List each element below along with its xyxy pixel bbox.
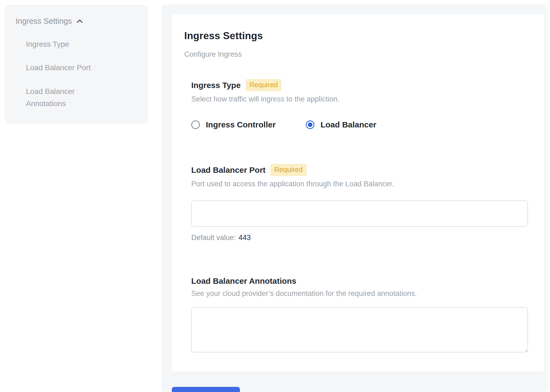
lb-port-default-row: Default value:443 bbox=[191, 234, 527, 242]
required-badge: Required bbox=[246, 79, 282, 91]
sidebar-header-label: Ingress Settings bbox=[16, 17, 72, 26]
page: Ingress Settings Ingress Type Load Balan… bbox=[0, 0, 550, 392]
main-panel: Ingress Settings Configure Ingress Ingre… bbox=[162, 4, 547, 392]
field-load-balancer-annotations: Load Balancer Annotations See your cloud… bbox=[191, 276, 527, 352]
lb-port-description: Port used to access the application thro… bbox=[191, 180, 527, 188]
page-title: Ingress Settings bbox=[184, 30, 527, 42]
sidebar-column: Ingress Settings Ingress Type Load Balan… bbox=[0, 0, 162, 392]
lb-annotations-label: Load Balancer Annotations bbox=[191, 276, 296, 286]
default-value: 443 bbox=[239, 234, 251, 242]
default-value-label: Default value: bbox=[191, 234, 236, 242]
save-config-button[interactable]: Save config bbox=[172, 387, 240, 392]
lb-port-input[interactable] bbox=[191, 201, 528, 227]
chevron-up-icon bbox=[76, 17, 84, 25]
radio-load-balancer-label: Load Balancer bbox=[320, 120, 376, 129]
ingress-type-label: Ingress Type bbox=[191, 81, 241, 90]
required-badge: Required bbox=[270, 164, 307, 176]
sidebar-items: Ingress Type Load Balancer Port Load Bal… bbox=[16, 38, 137, 110]
radio-ingress-controller-icon bbox=[191, 120, 200, 129]
ingress-type-radio-group: Ingress Controller Load Balancer bbox=[191, 120, 527, 129]
ingress-settings-card: Ingress Settings Configure Ingress Ingre… bbox=[172, 15, 544, 372]
radio-option-ingress-controller[interactable]: Ingress Controller bbox=[191, 120, 276, 129]
page-subtitle: Configure Ingress bbox=[184, 50, 527, 59]
field-load-balancer-port: Load Balancer Port Required Port used to… bbox=[191, 164, 527, 242]
sidebar-item-load-balancer-annotations[interactable]: Load Balancer Annotations bbox=[26, 85, 115, 110]
radio-load-balancer-icon bbox=[306, 120, 314, 129]
sidebar-item-load-balancer-port[interactable]: Load Balancer Port bbox=[26, 62, 115, 74]
lb-annotations-description: See your cloud provider’s documentation … bbox=[191, 289, 527, 298]
radio-ingress-controller-label: Ingress Controller bbox=[206, 120, 276, 129]
settings-nav: Ingress Settings Ingress Type Load Balan… bbox=[5, 5, 148, 124]
field-ingress-type: Ingress Type Required Select how traffic… bbox=[191, 79, 527, 129]
radio-option-load-balancer[interactable]: Load Balancer bbox=[306, 120, 376, 129]
sidebar-item-ingress-type[interactable]: Ingress Type bbox=[26, 38, 115, 50]
sidebar-section-ingress-settings[interactable]: Ingress Settings bbox=[16, 17, 137, 26]
lb-port-label: Load Balancer Port bbox=[191, 165, 266, 175]
ingress-type-description: Select how traffic will ingress to the a… bbox=[191, 95, 527, 103]
lb-annotations-textarea[interactable] bbox=[191, 307, 528, 352]
